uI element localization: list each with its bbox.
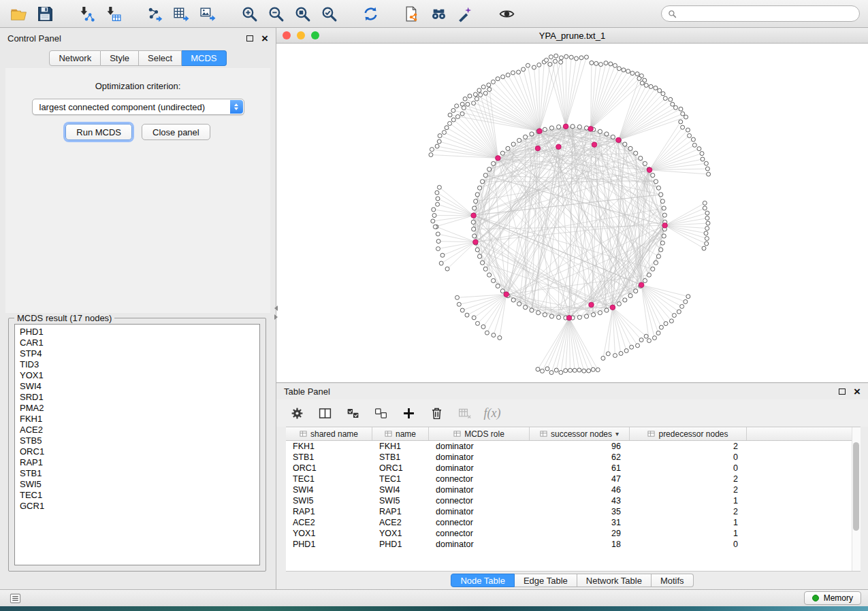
table-row[interactable]: FKH1FKH1dominator962 — [286, 441, 861, 452]
mcds-result-item[interactable]: GCR1 — [20, 501, 259, 512]
table-cell: connector — [429, 518, 530, 527]
table-row[interactable]: TEC1TEC1connector472 — [286, 474, 861, 484]
table-row[interactable]: ACE2ACE2connector311 — [286, 517, 861, 528]
eye-icon[interactable] — [496, 3, 517, 24]
export-network-icon[interactable] — [144, 3, 165, 24]
export-image-icon[interactable] — [197, 3, 218, 24]
find-icon[interactable] — [428, 3, 449, 24]
refresh-icon[interactable] — [360, 3, 381, 24]
panel-menu-button[interactable] — [7, 592, 23, 605]
mcds-result-item[interactable]: TEC1 — [20, 490, 259, 501]
run-mcds-button[interactable]: Run MCDS — [65, 124, 132, 140]
network-graph[interactable] — [276, 44, 868, 382]
table-scrollbar[interactable] — [852, 427, 861, 571]
network-window-title: YPA_prune.txt_1 — [276, 31, 868, 41]
mcds-result-item[interactable]: PMA2 — [20, 403, 259, 414]
column-header-shared-name[interactable]: shared name — [286, 427, 372, 440]
table-cell: ACE2 — [372, 518, 429, 527]
tab-mcds[interactable]: MCDS — [182, 50, 226, 66]
columns-icon[interactable] — [317, 405, 333, 421]
column-header-label: MCDS role — [464, 429, 504, 439]
table-cell: dominator — [429, 485, 530, 495]
node-table: shared namenameMCDS rolesuccessor nodes▾… — [286, 427, 861, 572]
import-table-icon[interactable] — [103, 3, 123, 24]
import-network-icon[interactable] — [76, 3, 97, 24]
add-row-icon[interactable] — [400, 405, 417, 421]
table-row[interactable]: SWI5SWI5connector431 — [286, 495, 861, 506]
splitter-collapse-right-icon[interactable] — [274, 314, 278, 320]
mcds-result-item[interactable]: ORC1 — [20, 446, 259, 457]
mcds-result-item[interactable]: SWI5 — [20, 479, 259, 490]
table-row[interactable]: STB1STB1dominator620 — [286, 452, 861, 463]
table-cell: 2 — [630, 507, 747, 516]
close-table-panel-icon[interactable]: × — [854, 386, 861, 397]
share-document-icon[interactable] — [402, 3, 422, 24]
zoom-selected-icon[interactable] — [319, 3, 339, 24]
table-cell: PHD1 — [286, 540, 372, 549]
delete-row-icon[interactable] — [428, 405, 445, 421]
tab-motifs[interactable]: Motifs — [652, 574, 694, 587]
column-header-successor-nodes[interactable]: successor nodes▾ — [530, 427, 630, 440]
tab-network-table[interactable]: Network Table — [577, 574, 652, 587]
mcds-result-item[interactable]: SRD1 — [20, 392, 259, 403]
float-panel-icon[interactable] — [246, 35, 253, 42]
gear-icon[interactable] — [289, 405, 305, 421]
network-canvas[interactable] — [276, 44, 868, 382]
mcds-result-item[interactable]: TID3 — [20, 359, 259, 370]
mcds-result-list[interactable]: PHD1CAR1STP4TID3YOX1SWI4SRD1PMA2FKH1ACE2… — [14, 324, 260, 565]
table-cell: SWI5 — [286, 496, 372, 506]
dropdown-stepper-icon[interactable] — [230, 100, 243, 114]
table-cell: connector — [429, 529, 530, 538]
style-wand-icon[interactable] — [455, 3, 475, 24]
mcds-result-item[interactable]: STB5 — [20, 435, 259, 446]
deselect-all-icon[interactable] — [372, 405, 389, 421]
tab-network[interactable]: Network — [49, 50, 101, 66]
export-table-icon[interactable] — [171, 3, 191, 24]
table-panel-header: Table Panel × — [276, 383, 868, 399]
mcds-result-item[interactable]: YOX1 — [20, 370, 259, 381]
splitter-collapse-left-icon[interactable] — [274, 306, 278, 311]
sort-dropdown-icon[interactable]: ▾ — [615, 430, 619, 437]
search-box[interactable] — [661, 5, 860, 22]
float-table-panel-icon[interactable] — [839, 389, 846, 395]
mcds-result-item[interactable]: STB1 — [20, 468, 259, 479]
tab-style[interactable]: Style — [101, 50, 139, 66]
column-header-mcds-role[interactable]: MCDS role — [429, 427, 530, 440]
tab-node-table[interactable]: Node Table — [451, 574, 515, 587]
table-row[interactable]: SWI4SWI4dominator462 — [286, 484, 861, 495]
optimization-criterion-select[interactable]: largest connected component (undirected) — [32, 99, 244, 115]
mcds-result-item[interactable]: RAP1 — [20, 457, 259, 468]
table-cell: 2 — [630, 442, 747, 451]
scrollbar-thumb[interactable] — [853, 442, 859, 531]
column-header-name[interactable]: name — [372, 427, 429, 440]
panel-splitter[interactable] — [272, 306, 279, 326]
close-mcds-panel-button[interactable]: Close panel — [142, 124, 210, 140]
table-row[interactable]: PHD1PHD1dominator180 — [286, 539, 861, 550]
zoom-out-icon[interactable] — [266, 3, 286, 24]
maximize-window-button[interactable] — [311, 31, 319, 39]
mcds-result-item[interactable]: STP4 — [20, 348, 259, 359]
table-row[interactable]: YOX1YOX1connector291 — [286, 528, 861, 539]
open-file-icon[interactable] — [8, 3, 29, 24]
table-row[interactable]: RAP1RAP1dominator352 — [286, 506, 861, 517]
mcds-result-item[interactable]: CAR1 — [20, 337, 259, 348]
select-all-icon[interactable] — [344, 405, 361, 421]
save-session-icon[interactable] — [35, 3, 55, 24]
close-window-button[interactable] — [283, 31, 291, 39]
tab-edge-table[interactable]: Edge Table — [515, 574, 577, 587]
zoom-fit-icon[interactable] — [292, 3, 312, 24]
minimize-window-button[interactable] — [297, 31, 305, 39]
table-cell: 0 — [630, 452, 747, 462]
table-row[interactable]: ORC1ORC1dominator610 — [286, 463, 861, 474]
zoom-in-icon[interactable] — [239, 3, 259, 24]
mcds-result-item[interactable]: ACE2 — [20, 425, 259, 435]
column-grid-icon — [540, 430, 547, 437]
memory-button[interactable]: Memory — [804, 591, 861, 605]
mcds-result-item[interactable]: FKH1 — [20, 414, 259, 425]
mcds-result-item[interactable]: SWI4 — [20, 381, 259, 392]
mcds-result-item[interactable]: PHD1 — [20, 327, 259, 337]
tab-select[interactable]: Select — [139, 50, 182, 66]
column-header-predecessor-nodes[interactable]: predecessor nodes — [630, 427, 747, 440]
search-input[interactable] — [681, 9, 853, 19]
close-panel-icon[interactable]: × — [261, 33, 268, 44]
